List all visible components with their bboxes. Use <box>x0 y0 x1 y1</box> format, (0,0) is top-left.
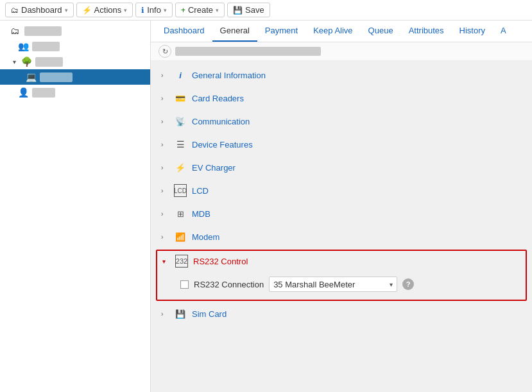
rs232-content: RS232 Connection 35 Marshall BeeMeter ▾ … <box>157 271 526 300</box>
section-sim-chevron-icon: › <box>161 311 169 318</box>
save-icon: 💾 <box>233 6 243 15</box>
actions-icon: ⚡ <box>82 6 92 15</box>
sidebar-expand-icon-3: ▾ <box>13 58 16 65</box>
rs232-help-button[interactable]: ? <box>402 278 414 290</box>
dashboard-button[interactable]: 🗂 Dashboard ▾ <box>5 3 74 17</box>
section-modem[interactable]: › 📶 Modem <box>151 225 532 248</box>
tab-attributes[interactable]: Attributes <box>401 21 452 42</box>
sidebar-text-2 <box>32 42 60 51</box>
tab-payment[interactable]: Payment <box>257 21 305 42</box>
rs232-connection-checkbox[interactable] <box>180 280 189 289</box>
sidebar-text-1 <box>24 26 62 36</box>
section-general-information[interactable]: › i General Information <box>151 64 532 87</box>
save-button[interactable]: 💾 Save <box>227 3 270 17</box>
section-ev-charger[interactable]: › ⚡ EV Charger <box>151 156 532 179</box>
create-chevron-icon: ▾ <box>216 7 219 13</box>
info-icon: ℹ <box>141 6 144 15</box>
sidebar-item-5[interactable]: 👤 <box>0 85 150 100</box>
breadcrumb-bar: ↻ <box>151 42 532 61</box>
section-ev-icon: ⚡ <box>174 161 187 174</box>
tab-history[interactable]: History <box>452 21 493 42</box>
sidebar-item-3[interactable]: ▾ 🌳 <box>0 54 150 69</box>
section-chevron-icon: › <box>161 141 169 148</box>
sidebar-item-1[interactable]: 🗂 <box>0 23 150 38</box>
sections: › i General Information › 💳 Card Readers… <box>151 61 532 392</box>
create-label: Create <box>188 5 213 15</box>
section-rs232-control: ▾ 232 RS232 Control RS232 Connection 35 … <box>156 250 527 301</box>
section-communication[interactable]: › 📡 Communication <box>151 110 532 133</box>
actions-label: Actions <box>94 5 122 15</box>
save-label: Save <box>245 5 264 15</box>
section-title: Communication <box>192 117 250 126</box>
tab-queue[interactable]: Queue <box>361 21 401 42</box>
section-rs232-title: RS232 Control <box>193 257 248 266</box>
section-info-icon: i <box>174 69 187 81</box>
sidebar-icon-3: 🌳 <box>21 56 31 67</box>
rs232-select-arrow-icon: ▾ <box>390 281 393 288</box>
actions-button[interactable]: ⚡ Actions ▾ <box>76 3 133 17</box>
section-card-readers[interactable]: › 💳 Card Readers <box>151 87 532 110</box>
tabs-bar: Dashboard General Payment Keep Alive Que… <box>151 21 532 42</box>
refresh-button[interactable]: ↻ <box>159 45 171 58</box>
sidebar-item-4[interactable]: 💻 <box>0 69 150 85</box>
dashboard-chevron-icon: ▾ <box>65 7 68 13</box>
rs232-connection-label: RS232 Connection <box>194 280 264 289</box>
section-chevron-icon: › <box>161 164 169 171</box>
section-lcd-icon: LCD <box>174 184 187 197</box>
main-area: 🗂 👥 ▾ 🌳 💻 👤 <box>0 21 532 392</box>
rs232-select-value: 35 Marshall BeeMeter <box>273 280 355 289</box>
sidebar-icon-1: 🗂 <box>10 26 21 36</box>
section-card-icon: 💳 <box>174 92 187 105</box>
section-device-features[interactable]: › ☰ Device Features <box>151 133 532 156</box>
section-comm-icon: 📡 <box>174 115 187 128</box>
info-button[interactable]: ℹ Info ▾ <box>135 3 173 17</box>
section-title: MDB <box>192 209 210 219</box>
create-icon: + <box>181 6 185 15</box>
section-modem-icon: 📶 <box>174 230 187 243</box>
sidebar-text-3 <box>35 57 63 67</box>
section-sim-icon: 💾 <box>174 307 187 320</box>
rs232-connection-row: RS232 Connection 35 Marshall BeeMeter ▾ … <box>180 277 515 292</box>
section-chevron-icon: › <box>161 210 169 217</box>
section-sim-card[interactable]: › 💾 Sim Card <box>151 302 532 325</box>
rs232-connection-select[interactable]: 35 Marshall BeeMeter ▾ <box>269 277 397 292</box>
section-chevron-icon: › <box>161 72 169 79</box>
breadcrumb-text <box>175 47 321 56</box>
toolbar: 🗂 Dashboard ▾ ⚡ Actions ▾ ℹ Info ▾ + Cre… <box>0 0 532 21</box>
section-title: Device Features <box>192 140 253 149</box>
tab-general[interactable]: General <box>212 21 257 42</box>
info-label: Info <box>147 5 161 15</box>
content-panel: Dashboard General Payment Keep Alive Que… <box>151 21 532 392</box>
section-mdb-icon: ⊞ <box>174 207 187 220</box>
actions-chevron-icon: ▾ <box>124 7 127 13</box>
section-chevron-icon: › <box>161 187 169 194</box>
sidebar-icon-2: 👥 <box>18 41 28 51</box>
section-sim-title: Sim Card <box>192 309 227 319</box>
sidebar-icon-5: 👤 <box>18 87 28 98</box>
sidebar: 🗂 👥 ▾ 🌳 💻 👤 <box>0 21 151 392</box>
section-title: EV Charger <box>192 163 236 173</box>
sidebar-text-4 <box>40 72 73 82</box>
section-title: Modem <box>192 232 219 242</box>
section-mdb[interactable]: › ⊞ MDB <box>151 202 532 225</box>
section-lcd[interactable]: › LCD LCD <box>151 179 532 202</box>
section-title: General Information <box>192 71 266 80</box>
sidebar-item-2[interactable]: 👥 <box>0 38 150 54</box>
create-button[interactable]: + Create ▾ <box>175 3 225 17</box>
sidebar-icon-4: 💻 <box>26 72 36 82</box>
tab-keep-alive[interactable]: Keep Alive <box>305 21 360 42</box>
section-device-icon: ☰ <box>174 138 187 151</box>
sidebar-text-5 <box>32 88 55 98</box>
section-rs232-header[interactable]: ▾ 232 RS232 Control <box>157 251 526 271</box>
tab-more[interactable]: A <box>493 21 514 42</box>
dashboard-icon: 🗂 <box>11 6 19 15</box>
section-title: LCD <box>192 186 209 196</box>
section-rs232-icon: 232 <box>175 255 188 268</box>
section-chevron-icon: › <box>161 118 169 125</box>
section-chevron-icon: › <box>161 95 169 102</box>
tab-dashboard[interactable]: Dashboard <box>156 21 212 42</box>
section-rs232-chevron-icon: ▾ <box>162 258 170 265</box>
dashboard-label: Dashboard <box>21 5 62 15</box>
section-title: Card Readers <box>192 94 244 103</box>
info-chevron-icon: ▾ <box>164 7 167 13</box>
